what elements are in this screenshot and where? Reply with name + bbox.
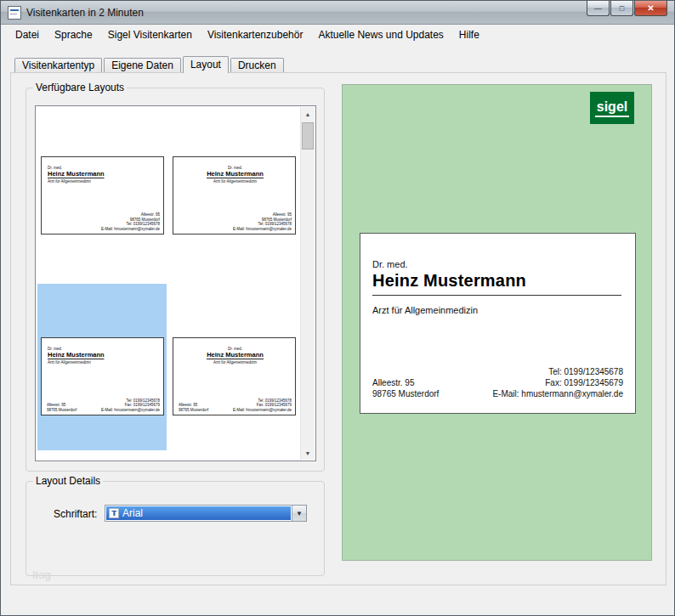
menu-news-updates[interactable]: Aktuelle News und Updates — [310, 25, 451, 45]
tab-strip: Visitenkartentyp Eigene Daten Layout Dru… — [14, 54, 286, 72]
card-fax: Fax: 0199/12345679 — [492, 377, 623, 388]
sigel-logo-text: sigel — [595, 99, 629, 117]
chevron-down-icon: ▼ — [296, 510, 303, 517]
mini-card-contact: Tel: 0199/12345678 Fax: 0199/12345679 E-… — [101, 398, 160, 413]
available-layouts-group: Verfügbare Layouts Dr. med. Heinz Muster… — [26, 88, 325, 472]
card-preview-panel: sigel Dr. med. Heinz Mustermann Arzt für… — [342, 84, 652, 561]
font-value: Arial — [122, 507, 143, 519]
business-card-preview: Dr. med. Heinz Mustermann Arzt für Allge… — [360, 233, 636, 414]
app-icon-detail — [10, 9, 19, 11]
minimize-icon: — — [594, 4, 602, 13]
font-combobox[interactable]: T Arial ▼ — [105, 505, 307, 522]
layout-thumbnail-2[interactable]: Dr. med. Heinz Mustermann Arzt für Allge… — [173, 156, 296, 235]
layout-list-scrollbar[interactable]: ▲ ▼ — [300, 107, 315, 460]
tab-page-layout: Verfügbare Layouts Dr. med. Heinz Muster… — [10, 72, 666, 585]
mini-card-contact: Alleestr. 95 98765 Musterdorf Tel: 0199/… — [233, 212, 292, 231]
sigel-logo: sigel — [590, 92, 634, 124]
mini-card-name: Heinz Mustermann — [48, 170, 105, 178]
mini-card-city: 98765 Musterdorf — [47, 408, 77, 413]
mini-card-address: Alleestr. 95 98765 Musterdorf — [179, 403, 208, 412]
mini-card-head: Dr. med. Heinz Mustermann Arzt für Allge… — [48, 347, 105, 365]
mini-card-profession: Arzt für Allgemeinmedizin — [173, 360, 296, 365]
mini-card-head: Dr. med. Heinz Mustermann Arzt für Allge… — [48, 166, 105, 184]
titlebar[interactable]: Visitenkarten in 2 Minuten — □ ✕ — [1, 1, 674, 25]
mini-card-contact: Alleestr. 95 98765 Musterdorf Tel: 0199/… — [101, 212, 160, 231]
card-bottom-block: Alleestr. 95 98765 Musterdorf Tel: 0199/… — [372, 366, 623, 399]
tab-eigene-daten[interactable]: Eigene Daten — [104, 58, 181, 72]
layout-list[interactable]: Dr. med. Heinz Mustermann Arzt für Allge… — [35, 105, 316, 461]
mini-card-email: E-Mail: hmustermann@xymaler.de — [233, 227, 292, 232]
truetype-font-icon: T — [109, 508, 119, 518]
maximize-icon: □ — [620, 4, 624, 13]
font-label: Schriftart: — [54, 508, 97, 520]
card-city: 98765 Musterdorf — [372, 388, 439, 399]
app-icon — [8, 6, 21, 20]
scroll-thumb[interactable] — [302, 122, 314, 150]
menu-visitenkartenzubehoer[interactable]: Visitenkartenzubehör — [200, 25, 311, 45]
mini-card-head: Dr. med. Heinz Mustermann Arzt für Allge… — [173, 166, 296, 184]
close-icon: ✕ — [647, 3, 654, 13]
card-contact: Tel: 0199/12345678 Fax: 0199/12345679 E-… — [492, 366, 623, 399]
window-controls: — □ ✕ — [587, 1, 667, 16]
scroll-down-icon: ▼ — [305, 450, 311, 456]
mini-card-profession: Arzt für Allgemeinmedizin — [48, 179, 105, 184]
menu-sigel-visitenkarten[interactable]: Sigel Visitenkarten — [100, 25, 200, 45]
mini-card-address: Alleestr. 95 98765 Musterdorf — [47, 403, 77, 412]
tab-drucken[interactable]: Drucken — [230, 58, 284, 72]
card-street: Alleestr. 95 — [372, 377, 439, 388]
maximize-button[interactable]: □ — [610, 1, 633, 16]
mini-card-name: Heinz Mustermann — [207, 170, 264, 178]
mini-card-profession: Arzt für Allgemeinmedizin — [48, 360, 105, 365]
layout-details-title: Layout Details — [33, 475, 103, 487]
menu-hilfe[interactable]: Hilfe — [451, 25, 487, 45]
scroll-down-button[interactable]: ▼ — [301, 446, 315, 460]
menubar: Datei Sprache Sigel Visitenkarten Visite… — [1, 25, 674, 45]
mini-card-content: Dr. med. Heinz Mustermann Arzt für Allge… — [173, 338, 296, 415]
mini-card-email: E-Mail: hmustermann@xymaler.de — [101, 408, 160, 413]
mini-card-contact: Tel: 0199/12345678 Fax: 0199/12345679 E-… — [233, 398, 292, 413]
tab-layout[interactable]: Layout — [183, 56, 229, 73]
mini-card-email: E-Mail: hmustermann@xymaler.de — [233, 408, 292, 413]
close-button[interactable]: ✕ — [634, 1, 667, 16]
tab-visitenkartentyp[interactable]: Visitenkartentyp — [14, 58, 102, 72]
mini-card-city: 98765 Musterdorf — [179, 408, 208, 413]
watermark: Itog — [32, 568, 51, 581]
mini-card-profession: Arzt für Allgemeinmedizin — [173, 179, 296, 184]
mini-card-name: Heinz Mustermann — [48, 351, 105, 359]
layout-thumbnail-1[interactable]: Dr. med. Heinz Mustermann Arzt für Allge… — [41, 156, 164, 235]
menu-sprache[interactable]: Sprache — [47, 25, 100, 45]
app-icon-detail — [10, 14, 17, 14]
card-address: Alleestr. 95 98765 Musterdorf — [372, 377, 439, 399]
minimize-button[interactable]: — — [587, 1, 610, 16]
scroll-up-button[interactable]: ▲ — [301, 107, 315, 121]
menu-datei[interactable]: Datei — [8, 25, 47, 45]
card-title: Dr. med. — [372, 259, 408, 269]
font-combobox-field[interactable]: T Arial — [106, 506, 291, 520]
layout-thumbnail-3-selected[interactable]: Dr. med. Heinz Mustermann Arzt für Allge… — [41, 337, 164, 415]
scroll-up-icon: ▲ — [305, 111, 311, 117]
card-name: Heinz Mustermann — [372, 271, 621, 296]
mini-card-content: Dr. med. Heinz Mustermann Arzt für Allge… — [42, 157, 164, 235]
mini-card-content: Dr. med. Heinz Mustermann Arzt für Allge… — [173, 157, 296, 235]
mini-card-head: Dr. med. Heinz Mustermann Arzt für Allge… — [173, 347, 296, 365]
card-profession: Arzt für Allgemeinmedizin — [372, 305, 478, 315]
card-email: E-Mail: hmustermann@xymaler.de — [492, 388, 623, 399]
mini-card-name: Heinz Mustermann — [207, 351, 264, 359]
mini-card-email: E-Mail: hmustermann@xymaler.de — [101, 227, 160, 232]
combo-dropdown-button[interactable]: ▼ — [292, 506, 306, 521]
mini-card-content: Dr. med. Heinz Mustermann Arzt für Allge… — [42, 338, 164, 415]
card-tel: Tel: 0199/12345678 — [492, 366, 623, 377]
layout-thumbnail-4[interactable]: Dr. med. Heinz Mustermann Arzt für Allge… — [173, 337, 296, 415]
layout-details-group: Layout Details Schriftart: T Arial ▼ — [26, 481, 325, 576]
available-layouts-title: Verfügbare Layouts — [33, 82, 127, 93]
window-title: Visitenkarten in 2 Minuten — [26, 1, 144, 25]
